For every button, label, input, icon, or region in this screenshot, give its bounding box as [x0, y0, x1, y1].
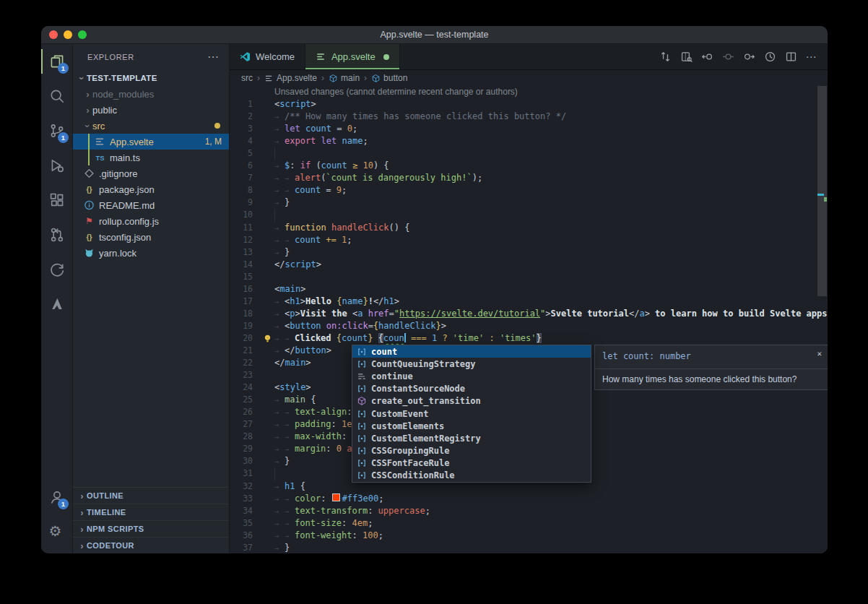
code-editor[interactable]: Unsaved changes (cannot determine recent… — [230, 86, 828, 553]
tree-root-test-template[interactable]: › TEST-TEMPLATE — [73, 70, 229, 86]
zoom-button[interactable] — [78, 30, 87, 39]
tab-app-svelte[interactable]: App.svelte — [305, 44, 400, 69]
code-line-16[interactable]: 16<main> — [230, 283, 828, 295]
code-line-37[interactable]: 37→} — [230, 542, 828, 553]
file-label: .gitignore — [99, 168, 137, 179]
code-line-36[interactable]: 36→→font-weight: 100; — [230, 530, 828, 542]
suggestion-CSSConditionRule[interactable]: CSSConditionRule — [352, 470, 591, 482]
suggestion-label: CustomElementRegistry — [371, 433, 481, 444]
file-history-button[interactable] — [763, 50, 777, 64]
activity-source-control[interactable]: 1 — [41, 113, 72, 148]
code-line-18[interactable]: 18→<p>Visit the <a href="https://svelte.… — [230, 308, 828, 320]
code-line-19[interactable]: 19→<button on:click={handleClick}> — [230, 320, 828, 332]
code-line-1[interactable]: 1<script> — [230, 98, 828, 111]
close-icon[interactable]: ✕ — [817, 349, 822, 358]
code-line-3[interactable]: 3→let count = 0; — [230, 123, 828, 135]
section-codetour[interactable]: ›CODETOUR — [73, 537, 229, 553]
suggestion-ConstantSourceNode[interactable]: ConstantSourceNode — [352, 383, 591, 395]
breadcrumb-main[interactable]: main — [329, 73, 360, 83]
breadcrumb-src[interactable]: src — [241, 73, 253, 83]
suggestion-CustomEvent[interactable]: CustomEvent — [352, 407, 591, 420]
activity-extensions[interactable] — [41, 183, 72, 217]
code-line-35[interactable]: 35→→font-size: 4em; — [230, 517, 828, 530]
suggestion-continue[interactable]: continue — [352, 370, 591, 382]
code-line-13[interactable]: 13→} — [230, 246, 828, 259]
code-line-7[interactable]: 7→→alert(`count is dangerously high!`); — [230, 172, 828, 184]
more-actions-button[interactable]: ⋯ — [804, 50, 819, 64]
symbol-cube-icon — [371, 74, 381, 83]
scrollbar-thumb[interactable] — [817, 86, 827, 296]
section-outline[interactable]: ›OUTLINE — [73, 487, 229, 504]
code-line-34[interactable]: 34→→text-transform: uppercase; — [230, 505, 828, 517]
activity-settings[interactable]: ⚙ — [41, 514, 72, 549]
code-line-4[interactable]: 4→export let name; — [230, 135, 828, 147]
suggestion-CSSFontFaceRule[interactable]: CSSFontFaceRule — [352, 457, 591, 470]
breadcrumb-app-svelte[interactable]: App.svelte — [264, 73, 317, 83]
line-number: 36 — [230, 530, 263, 542]
suggestion-CustomElementRegistry[interactable]: CustomElementRegistry — [352, 432, 591, 444]
activity-explorer[interactable]: 1 — [41, 44, 72, 79]
code-line-17[interactable]: 17→<h1>Hello {name}!</h1> — [230, 295, 828, 308]
code-line-15[interactable]: 15 — [230, 271, 828, 283]
extensions-icon — [49, 192, 65, 208]
file-.gitignore[interactable]: .gitignore — [73, 165, 229, 181]
activity-run-debug[interactable] — [41, 148, 72, 183]
sidebar-more-actions[interactable]: ⋯ — [207, 53, 219, 61]
previous-change-button[interactable] — [700, 50, 714, 64]
code-line-12[interactable]: 12→→count += 1; — [230, 234, 828, 246]
code-line-9[interactable]: 9→} — [230, 197, 828, 209]
close-button[interactable] — [49, 30, 58, 39]
line-number: 2 — [230, 111, 263, 123]
activity-azure[interactable] — [41, 287, 72, 322]
suggestion-count[interactable]: count — [352, 345, 591, 358]
code-line-8[interactable]: 8→→count = 9; — [230, 184, 828, 197]
open-changes-button[interactable] — [658, 50, 672, 64]
git-status-badge: 1, M — [205, 137, 222, 147]
indent-guide — [88, 134, 90, 150]
tab-indent: → — [274, 406, 285, 418]
code-line-14[interactable]: 14</script> — [230, 259, 828, 271]
chevron-right-icon: › — [83, 89, 92, 100]
code-line-6[interactable]: 6→$: if (count ≥ 10) { — [230, 160, 828, 172]
file-node_modules[interactable]: ›node_modules — [73, 86, 229, 102]
suggestion-customElements[interactable]: customElements — [352, 420, 591, 432]
tab-welcome[interactable]: Welcome — [230, 44, 305, 69]
file-README.md[interactable]: README.md — [73, 197, 229, 213]
line-number: 31 — [230, 467, 263, 480]
minimize-button[interactable] — [64, 30, 72, 39]
file-public[interactable]: ›public — [73, 102, 229, 118]
suggestion-create_out_transition[interactable]: create_out_transition — [352, 395, 591, 407]
breadcrumb-button[interactable]: button — [371, 73, 407, 83]
code-line-5[interactable]: 5 — [230, 147, 828, 160]
lightbulb-icon[interactable] — [263, 334, 272, 343]
code-line-33[interactable]: 33→→color: #ff3e00; — [230, 493, 828, 505]
suggestion-CountQueuingStrategy[interactable]: CountQueuingStrategy — [352, 358, 591, 370]
file-yarn.lock[interactable]: yarn.lock — [73, 245, 229, 261]
indent-guide — [274, 147, 285, 160]
code-line-11[interactable]: 11→function handleClick() { — [230, 222, 828, 234]
screen: App.svelte — test-template 11 1⚙ EXPLORE… — [0, 0, 868, 604]
activity-live-share[interactable] — [41, 252, 72, 287]
open-preview-button[interactable] — [679, 50, 693, 64]
section-npm-scripts[interactable]: ›NPM SCRIPTS — [73, 520, 229, 537]
file-package.json[interactable]: {}package.json — [73, 181, 229, 197]
file-main.ts[interactable]: TSmain.ts — [73, 150, 229, 165]
activity-search[interactable] — [41, 79, 72, 113]
code-line-10[interactable]: 10 — [230, 209, 828, 221]
suggestion-CSSGroupingRule[interactable]: CSSGroupingRule — [352, 445, 591, 457]
svelte-file-icon — [264, 74, 274, 83]
activity-accounts[interactable]: 1 — [41, 480, 72, 514]
title-bar: App.svelte — test-template — [41, 26, 828, 44]
file-src[interactable]: ›src — [73, 118, 229, 134]
code-line-20[interactable]: 20→→Clicked {count} {coun === 1 ? 'time'… — [230, 332, 828, 345]
split-editor-button[interactable] — [784, 50, 798, 64]
file-App.svelte[interactable]: App.svelte1, M — [73, 134, 229, 150]
section-timeline[interactable]: ›TIMELINE — [73, 504, 229, 520]
next-change-button[interactable] — [742, 50, 756, 64]
file-rollup.config.js[interactable]: ⚑rollup.config.js — [73, 213, 229, 229]
code-line-2[interactable]: 2→/** How many times has someone clicked… — [230, 111, 828, 123]
current-change-button[interactable] — [721, 50, 735, 64]
file-tsconfig.json[interactable]: {}tsconfig.json — [73, 229, 229, 245]
activity-pull-requests[interactable] — [41, 217, 72, 252]
breadcrumb: src›App.svelte›main›button — [230, 70, 828, 86]
